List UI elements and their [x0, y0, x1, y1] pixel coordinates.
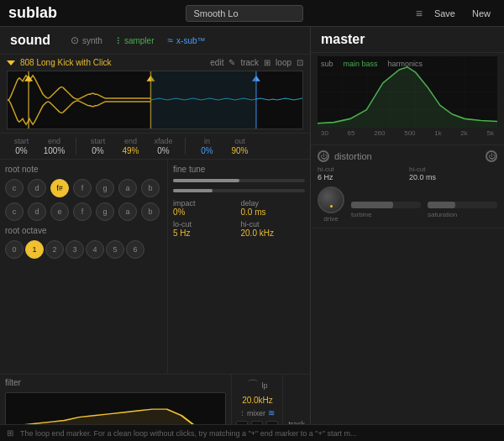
octave-0[interactable]: 0 [5, 240, 24, 259]
drive-knob[interactable] [318, 186, 344, 213]
xfade-label: xfade [154, 137, 172, 145]
freq-65: 65 [348, 129, 355, 137]
dist-hicut-label: hi-cut [318, 165, 406, 173]
status-text: The loop end marker. For a clean loop wi… [20, 429, 497, 438]
menu-icon[interactable]: ≡ [416, 7, 423, 20]
sample-name: 808 Long Kick with Click [20, 58, 111, 67]
octave-1[interactable]: 1 [25, 240, 44, 259]
status-grid-icon: ⊞ [7, 428, 13, 438]
synth-tab[interactable]: ⊙ synth [64, 32, 109, 49]
end2-value[interactable]: 49% [122, 146, 139, 155]
dist-hicut: hi-cut 6 Hz [318, 165, 406, 181]
note-fsharp[interactable]: f# [50, 179, 69, 197]
octave-2[interactable]: 2 [45, 240, 64, 259]
synth-icon: ⊙ [71, 34, 79, 46]
freq-1k: 1k [434, 129, 441, 137]
edit-button[interactable]: edit [210, 58, 223, 67]
in-label: in [204, 137, 210, 145]
loop-button[interactable]: loop [276, 58, 291, 67]
eq-harm-label: harmonics [388, 60, 423, 68]
filter-type[interactable]: lp [261, 381, 267, 390]
end-control: end 100% [39, 137, 69, 155]
sampler-tab[interactable]: ⫶ sampler [109, 32, 161, 49]
impact-track[interactable] [173, 179, 305, 182]
eq-section: sub main bass harmonics [311, 53, 504, 145]
track-button[interactable]: track [240, 58, 259, 67]
octave-4[interactable]: 4 [86, 240, 104, 259]
bottom-controls: root note c d f# f g a b c d e f g [0, 160, 310, 374]
start-value[interactable]: 0% [15, 146, 27, 155]
delay-track[interactable] [173, 189, 305, 192]
dist-header: ⏻ distortion ⏻ [318, 150, 497, 162]
xsub-tab[interactable]: ≈ x-sub™ [160, 32, 212, 49]
filter-freq[interactable]: 20.0kHz [242, 396, 273, 405]
save-button[interactable]: Save [429, 7, 460, 20]
turbine-slider[interactable]: turbine [351, 202, 421, 208]
note-g[interactable]: g [96, 179, 114, 197]
new-button[interactable]: New [467, 7, 496, 20]
note-c[interactable]: c [5, 179, 24, 197]
root-note-title: root note [5, 165, 162, 174]
hicut-value[interactable]: 20.0 kHz [241, 228, 306, 238]
note-d[interactable]: d [28, 179, 46, 197]
note-a[interactable]: a [118, 179, 137, 197]
preset-selector[interactable]: Smooth Lo [186, 5, 303, 22]
status-bar: ⊞ The loop end marker. For a clean loop … [0, 424, 504, 441]
locut-label: lo-cut [173, 220, 238, 228]
end2-label: end [124, 137, 137, 145]
note-e[interactable]: e [50, 202, 69, 221]
sampler-label: sampler [124, 36, 155, 45]
dist-params: hi-cut 6 Hz hi-cut 20.0 ms [318, 165, 497, 181]
collapse-icon[interactable] [7, 60, 15, 66]
note-g2[interactable]: g [96, 202, 114, 221]
note-f[interactable]: f [73, 179, 92, 197]
eq-main-label: main bass [344, 60, 378, 68]
power-icon-2[interactable]: ⏻ [486, 150, 497, 162]
out-value[interactable]: 90% [231, 146, 248, 155]
pencil-icon[interactable]: ✎ [228, 58, 235, 67]
preset-selector-container: Smooth Lo [74, 5, 416, 22]
mixer-label: mixer [247, 409, 265, 417]
dist-hicut-value[interactable]: 6 Hz [318, 173, 406, 181]
end-value[interactable]: 100% [44, 146, 66, 155]
impact-fill [173, 179, 239, 182]
root-controls: root note c d f# f g a b c d e f g [0, 160, 168, 374]
dist-title: distortion [334, 151, 372, 161]
eq-sub-label: sub [321, 60, 333, 68]
delay-value[interactable]: 0.0 ms [241, 207, 306, 217]
fine-tune-controls: fine tune impact 0% [168, 160, 310, 374]
saturation-slider[interactable]: saturation [428, 202, 497, 208]
main-layout: sound ⊙ synth ⫶ sampler ≈ x-sub™ 808 Lon… [0, 27, 504, 441]
waveform-header: 808 Long Kick with Click edit ✎ track ⊞ … [7, 58, 303, 67]
note-f2[interactable]: f [73, 202, 92, 221]
dist-hicut2-value[interactable]: 20.0 ms [409, 173, 497, 181]
octave-5[interactable]: 5 [106, 240, 124, 259]
locut-value[interactable]: 5 Hz [173, 228, 238, 238]
in-value[interactable]: 0% [201, 146, 213, 155]
loop-icon: ⊡ [297, 58, 303, 67]
octave-6[interactable]: 6 [126, 240, 144, 259]
note-a2[interactable]: a [118, 202, 137, 221]
note-grid-row2: c d e f g a b [5, 202, 162, 221]
note-d2[interactable]: d [28, 202, 46, 221]
master-panel: master sub main bass harmonics [311, 27, 504, 441]
note-c2[interactable]: c [5, 202, 24, 221]
freq-5k: 5k [486, 129, 493, 137]
logo-sub: sub [8, 4, 35, 21]
xfade-value[interactable]: 0% [157, 146, 169, 155]
master-title: master [321, 32, 365, 46]
eq-track-labels: sub main bass harmonics [321, 60, 423, 68]
waveform-section: 808 Long Kick with Click edit ✎ track ⊞ … [0, 55, 310, 134]
dist-hicut2-label: hi-cut [409, 165, 497, 173]
note-b[interactable]: b [141, 179, 160, 197]
turbine-label: turbine [351, 211, 371, 218]
octave-3[interactable]: 3 [66, 240, 84, 259]
delay-label: delay [241, 199, 306, 207]
start-control: start 0% [7, 137, 36, 155]
impact-value[interactable]: 0% [173, 207, 238, 217]
delay-param: delay 0.0 ms [241, 199, 306, 217]
waveform-svg [8, 71, 302, 129]
note-b2[interactable]: b [141, 202, 160, 221]
power-icon[interactable]: ⏻ [318, 150, 329, 162]
start2-value[interactable]: 0% [92, 146, 103, 155]
